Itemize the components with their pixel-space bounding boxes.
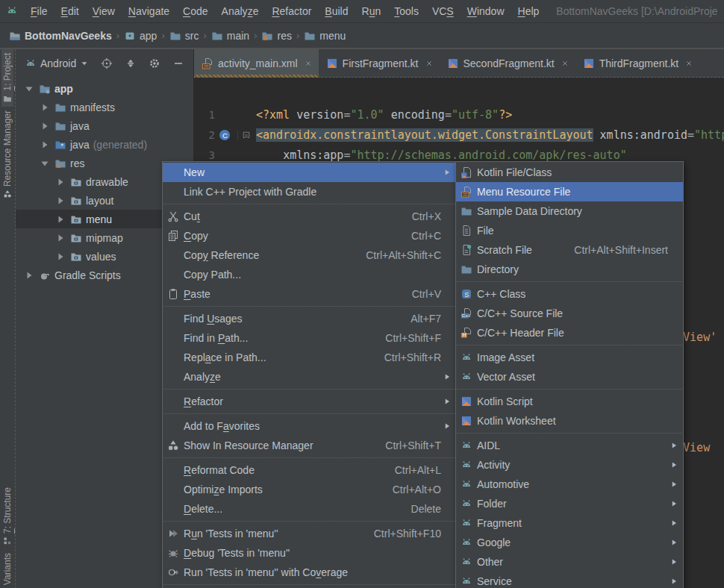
context-menu-item-cut[interactable]: CutCtrl+X: [163, 207, 456, 226]
chevron-collapsed-icon[interactable]: [39, 120, 51, 132]
submenu-item-menu-resource-file[interactable]: Menu Resource File: [456, 182, 683, 201]
submenu-item-other[interactable]: Other: [456, 552, 683, 572]
submenu-item-fragment[interactable]: Fragment: [456, 513, 683, 533]
menubar-item-file[interactable]: File: [24, 2, 54, 20]
breadcrumb-item-src[interactable]: src: [166, 28, 202, 43]
tool-window-button-1-project[interactable]: 1: Project: [1, 49, 13, 107]
chevron-collapsed-icon[interactable]: [54, 232, 66, 244]
context-menu-item-analyze[interactable]: Analyze: [163, 367, 456, 387]
context-menu-item-run-tests-in-menu-with-coverage[interactable]: CRun 'Tests in 'menu'' with Coverage: [163, 563, 456, 582]
context-menu-item-add-to-favorites[interactable]: Add to Favorites: [163, 416, 456, 436]
submenu-arrow-icon: [668, 519, 678, 528]
chevron-collapsed-icon[interactable]: [23, 269, 35, 281]
context-menu-item-show-in-resource-manager[interactable]: Show In Resource ManagerCtrl+Shift+T: [163, 436, 456, 455]
tree-item-java[interactable]: java: [16, 116, 193, 135]
context-menu-item-debug-tests-in-menu[interactable]: Debug 'Tests in 'menu'': [163, 543, 456, 563]
target-button[interactable]: [98, 54, 116, 72]
submenu-item-image-asset[interactable]: Image Asset: [456, 348, 683, 367]
context-menu-item-refactor[interactable]: Refactor: [163, 392, 456, 411]
context-menu-item-find-in-path[interactable]: Find in Path...Ctrl+Shift+F: [163, 328, 456, 348]
submenu-item-c-c-source-file[interactable]: C++C/C++ Source File: [456, 304, 683, 323]
menubar-item-view[interactable]: View: [86, 2, 122, 20]
hide-button[interactable]: [169, 54, 187, 72]
menubar-item-refactor[interactable]: Refactor: [265, 2, 318, 20]
context-menu-item-replace-in-path[interactable]: Replace in Path...Ctrl+Shift+R: [163, 348, 456, 367]
menubar-item-window[interactable]: Window: [461, 2, 511, 20]
context-menu-item-copy-path[interactable]: Copy Path...: [163, 265, 456, 284]
submenu-item-kotlin-script[interactable]: Kotlin Script: [456, 392, 683, 411]
context-menu-item-copy[interactable]: CopyCtrl+C: [163, 226, 456, 245]
collapse-all-button[interactable]: [122, 54, 140, 72]
tree-item-manifests[interactable]: manifests: [16, 98, 193, 116]
submenu-item-scratch-file[interactable]: Scratch FileCtrl+Alt+Shift+Insert: [456, 240, 683, 260]
editor-tab-firstfragment-kt[interactable]: FirstFragment.kt: [319, 49, 440, 77]
tree-item-java-generated[interactable]: *java (generated): [16, 135, 193, 154]
menu-item-label: New: [184, 166, 205, 178]
close-icon[interactable]: [425, 59, 434, 68]
chevron-expanded-icon[interactable]: [23, 83, 35, 95]
context-menu-item-link-c-project-with-gradle[interactable]: Link C++ Project with Gradle: [163, 182, 456, 201]
submenu-item-service[interactable]: Service: [456, 572, 683, 588]
menubar-item-run[interactable]: Run: [355, 2, 388, 20]
breadcrumb-item-menu[interactable]: menu: [301, 28, 349, 43]
tool-window-button-resource-manager[interactable]: Resource Manager: [1, 107, 13, 202]
close-icon[interactable]: [561, 59, 569, 68]
breadcrumb-item-main[interactable]: main: [208, 28, 252, 43]
menubar-item-build[interactable]: Build: [318, 2, 355, 20]
submenu-item-kotlin-file-class[interactable]: Kotlin File/Class: [456, 163, 683, 182]
tree-item-app[interactable]: app: [16, 79, 193, 98]
breadcrumb-item-res[interactable]: res: [258, 28, 294, 43]
submenu-item-sample-data-directory[interactable]: Sample Data Directory: [456, 201, 683, 221]
breadcrumb-label: menu: [319, 30, 346, 42]
menubar-item-vcs[interactable]: VCS: [425, 2, 461, 20]
settings-button[interactable]: [146, 54, 163, 72]
context-menu-item-delete[interactable]: Delete...Delete: [163, 499, 456, 519]
chevron-collapsed-icon[interactable]: [54, 176, 66, 188]
breadcrumb-item-bottomnavgeeks[interactable]: BottomNavGeeks: [6, 28, 115, 43]
editor-tab-thirdfragment-kt[interactable]: ThirdFragment.kt: [575, 49, 700, 77]
menubar-item-analyze[interactable]: Analyze: [215, 2, 266, 20]
close-icon[interactable]: [304, 59, 313, 68]
menubar-item-code[interactable]: Code: [176, 2, 214, 20]
context-menu-item-copy-reference[interactable]: Copy ReferenceCtrl+Alt+Shift+C: [163, 245, 456, 265]
context-menu-item-optimize-imports[interactable]: Optimize ImportsCtrl+Alt+O: [163, 480, 456, 499]
project-view-selector[interactable]: Android: [25, 57, 89, 69]
tree-item-label: Gradle Scripts: [54, 269, 121, 281]
editor-tab-secondfragment-kt[interactable]: SecondFragment.kt: [440, 49, 575, 77]
submenu-item-activity[interactable]: Activity: [456, 455, 683, 475]
context-menu-item-reformat-code[interactable]: Reformat CodeCtrl+Alt+L: [163, 460, 456, 480]
submenu-item-c-class[interactable]: SC++ Class: [456, 284, 683, 304]
submenu-item-c-c-header-file[interactable]: HC/C++ Header File: [456, 323, 683, 343]
context-menu-item-new[interactable]: New: [163, 163, 456, 182]
submenu-item-google[interactable]: Google: [456, 533, 683, 552]
tool-window-button-7-structure[interactable]: 7: Structure: [1, 484, 13, 549]
submenu-item-folder[interactable]: Folder: [456, 494, 683, 513]
close-icon[interactable]: [684, 59, 693, 68]
folder-icon: [169, 30, 181, 42]
breadcrumb-label: app: [140, 30, 157, 42]
tool-window-button-variants[interactable]: Variants: [1, 549, 13, 588]
submenu-item-file[interactable]: File: [456, 221, 683, 240]
menubar-item-tools[interactable]: Tools: [387, 2, 425, 20]
chevron-expanded-icon[interactable]: [39, 157, 51, 169]
chevron-collapsed-icon[interactable]: [39, 139, 51, 151]
submenu-item-vector-asset[interactable]: Vector Asset: [456, 367, 683, 387]
editor-tab-activity-main-xml[interactable]: activity_main.xml: [194, 49, 319, 77]
submenu-item-directory[interactable]: Directory: [456, 260, 683, 279]
chevron-collapsed-icon[interactable]: [54, 251, 66, 263]
menubar-item-edit[interactable]: Edit: [54, 2, 86, 20]
folder-res-icon: [261, 30, 273, 42]
menubar-item-navigate[interactable]: Navigate: [122, 2, 176, 20]
submenu-item-kotlin-worksheet[interactable]: Kotlin Worksheet: [456, 411, 683, 431]
context-menu-item-paste[interactable]: PasteCtrl+V: [163, 284, 456, 304]
chevron-collapsed-icon[interactable]: [54, 195, 66, 207]
breadcrumb-item-app[interactable]: app: [121, 28, 160, 43]
menu-res-icon: [202, 57, 213, 69]
chevron-collapsed-icon[interactable]: [54, 213, 66, 225]
chevron-collapsed-icon[interactable]: [39, 101, 51, 113]
submenu-item-automotive[interactable]: Automotive: [456, 475, 683, 494]
submenu-item-aidl[interactable]: AIDL: [456, 436, 683, 455]
context-menu-item-run-tests-in-menu[interactable]: Run 'Tests in 'menu''Ctrl+Shift+F10: [163, 524, 456, 543]
menubar-item-help[interactable]: Help: [511, 2, 546, 20]
context-menu-item-find-usages[interactable]: Find UsagesAlt+F7: [163, 309, 456, 328]
